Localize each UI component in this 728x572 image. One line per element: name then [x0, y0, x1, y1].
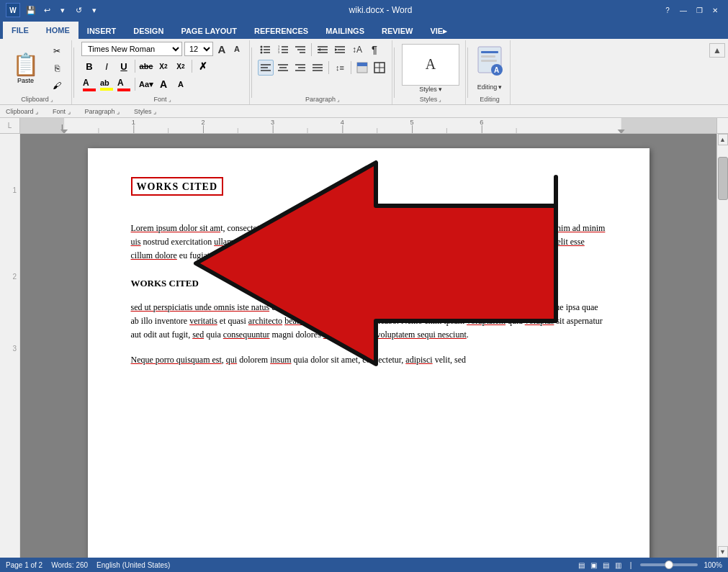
- justify-button[interactable]: [310, 60, 325, 76]
- text-color-button[interactable]: A: [116, 76, 132, 92]
- collapse-icon[interactable]: ▲: [709, 43, 725, 58]
- para2-eos: eos: [323, 330, 335, 340]
- view-normal[interactable]: ▤: [578, 561, 585, 569]
- strikethrough-button[interactable]: abc: [138, 58, 154, 74]
- editing-button[interactable]: A Editing▾: [475, 45, 504, 91]
- show-hide-button[interactable]: ¶: [367, 42, 382, 58]
- boxed-heading: WORKS CITED: [131, 177, 224, 196]
- main-area: 1 2 3 WORKS CITED: [0, 134, 728, 558]
- editing-icon: A: [475, 45, 504, 83]
- undo-button[interactable]: ↩: [40, 4, 53, 17]
- copy-button[interactable]: ⎘: [47, 60, 67, 76]
- bold-button[interactable]: B: [81, 58, 97, 74]
- tab-design[interactable]: DESIGN: [125, 23, 172, 39]
- restore-button[interactable]: ❐: [692, 4, 706, 16]
- font-row-3: A ab A Aa▾ A A: [81, 76, 243, 92]
- divider-2: [251, 47, 252, 98]
- para3-qui: qui: [226, 355, 237, 365]
- clipboard-expand[interactable]: ⌟: [50, 96, 53, 103]
- clear-format-button[interactable]: ✗: [195, 58, 211, 74]
- align-right-button[interactable]: [292, 60, 308, 76]
- underline-button[interactable]: U: [116, 58, 132, 74]
- font-label: Font ⌟: [81, 94, 243, 103]
- status-right: ▤ ▣ ▤ ▥ | 100%: [578, 561, 722, 569]
- line-8: [0, 240, 19, 255]
- tab-file[interactable]: FILE: [3, 22, 37, 39]
- bullets-button[interactable]: [258, 42, 274, 58]
- ribbon-collapse[interactable]: ▲: [709, 40, 725, 104]
- font-expand[interactable]: ⌟: [168, 96, 171, 103]
- view-outline[interactable]: ▥: [615, 561, 621, 569]
- grow2-button[interactable]: A: [156, 76, 171, 92]
- highlight-button[interactable]: ab: [99, 76, 114, 92]
- zoom-slider[interactable]: [640, 563, 698, 566]
- line-spacing-button[interactable]: ↕≡: [332, 60, 348, 76]
- scroll-up-arrow[interactable]: ▲: [718, 134, 728, 145]
- cut-button[interactable]: ✂: [47, 43, 67, 59]
- align-left-button[interactable]: [258, 60, 274, 76]
- paragraph-expand[interactable]: ⌟: [337, 96, 340, 103]
- svg-point-5: [261, 52, 263, 54]
- superscript-button[interactable]: X2: [173, 58, 189, 74]
- paste-label: Paste: [17, 77, 34, 84]
- para1-dolor: olor in reprehenderit in: [436, 237, 516, 247]
- close-button[interactable]: ✕: [708, 4, 722, 16]
- document-area[interactable]: WORKS CITED Lorem ipsum dolor sit amt, c…: [20, 134, 716, 558]
- sort-button[interactable]: ↕A: [349, 42, 365, 58]
- save-button[interactable]: 💾: [24, 4, 37, 17]
- undo-arrow[interactable]: ▾: [56, 4, 69, 17]
- line-2: [0, 154, 19, 168]
- borders-button[interactable]: [372, 60, 387, 76]
- font-grow-button[interactable]: A: [215, 42, 228, 55]
- tab-page-layout[interactable]: PAGE LAYOUT: [172, 23, 246, 39]
- case-button[interactable]: Aa▾: [138, 76, 154, 92]
- shading-button[interactable]: [354, 60, 370, 76]
- font-controls: Times New Roman 12 A A B I U abc X2 X2 ✗: [81, 42, 243, 92]
- para2-voluptas: voluptas: [525, 316, 554, 326]
- body-paragraph-3[interactable]: Neque porro quisquam est, qui dolorem in…: [131, 353, 606, 367]
- more-button[interactable]: ▾: [88, 4, 101, 17]
- styles-expand[interactable]: ⌟: [439, 96, 441, 103]
- tab-insert[interactable]: INSERT: [78, 23, 125, 39]
- multilevel-button[interactable]: [292, 42, 308, 58]
- tab-review[interactable]: REVIEW: [373, 23, 421, 39]
- tab-home[interactable]: HOME: [37, 22, 78, 39]
- italic-button[interactable]: I: [99, 58, 114, 74]
- scrollbar-thumb[interactable]: [718, 157, 728, 200]
- help-button[interactable]: ?: [660, 4, 675, 16]
- scrollbar-right[interactable]: ▲ ▼: [716, 134, 728, 558]
- font-family-select[interactable]: Times New Roman: [81, 42, 182, 56]
- minimize-button[interactable]: —: [676, 4, 691, 16]
- para1-sed: sed: [306, 223, 318, 233]
- para3-ipsum: insum: [270, 355, 291, 365]
- decrease-indent-button[interactable]: [315, 42, 331, 58]
- editing-group: A Editing▾ Editing: [469, 40, 511, 104]
- numbering-button[interactable]: 123: [275, 42, 291, 58]
- shrink2-button[interactable]: A: [173, 76, 189, 92]
- body-paragraph-2[interactable]: sed ut perspiciatis unde omnis iste natu…: [131, 301, 606, 342]
- tab-view[interactable]: VIE▸: [421, 23, 456, 39]
- zoom-handle[interactable]: [665, 560, 673, 569]
- format-painter-button[interactable]: 🖌: [47, 78, 67, 94]
- align-center-button[interactable]: [275, 60, 291, 76]
- tab-references[interactable]: REFERENCES: [246, 23, 317, 39]
- increase-indent-button[interactable]: [332, 42, 348, 58]
- ruler: 1 2 3 4 5 6 L: [20, 118, 716, 133]
- redo-button[interactable]: ↺: [72, 4, 85, 17]
- paste-button[interactable]: 📋 Paste: [7, 48, 44, 88]
- svg-rect-42: [481, 55, 495, 58]
- subscript-button[interactable]: X2: [156, 58, 171, 74]
- font-color-button[interactable]: A: [81, 76, 97, 92]
- font-size-select[interactable]: 12: [184, 42, 213, 56]
- tab-mailings[interactable]: MAILINGS: [317, 23, 373, 39]
- view-print[interactable]: ▤: [603, 561, 609, 569]
- font-shrink-button[interactable]: A: [230, 42, 243, 55]
- clipboard-content: 📋 Paste ✂ ⎘ 🖌: [7, 42, 67, 94]
- section-label: Clipboard ⌟: [6, 108, 38, 115]
- view-web[interactable]: ▣: [590, 561, 597, 569]
- line-12: [0, 298, 19, 312]
- body-paragraph-1[interactable]: Lorem ipsum dolor sit amt, consectetur a…: [131, 222, 606, 263]
- styles-button[interactable]: A Styles ▾: [402, 44, 459, 93]
- page[interactable]: WORKS CITED Lorem ipsum dolor sit amt, c…: [88, 148, 650, 558]
- scroll-down-arrow[interactable]: ▼: [718, 546, 728, 558]
